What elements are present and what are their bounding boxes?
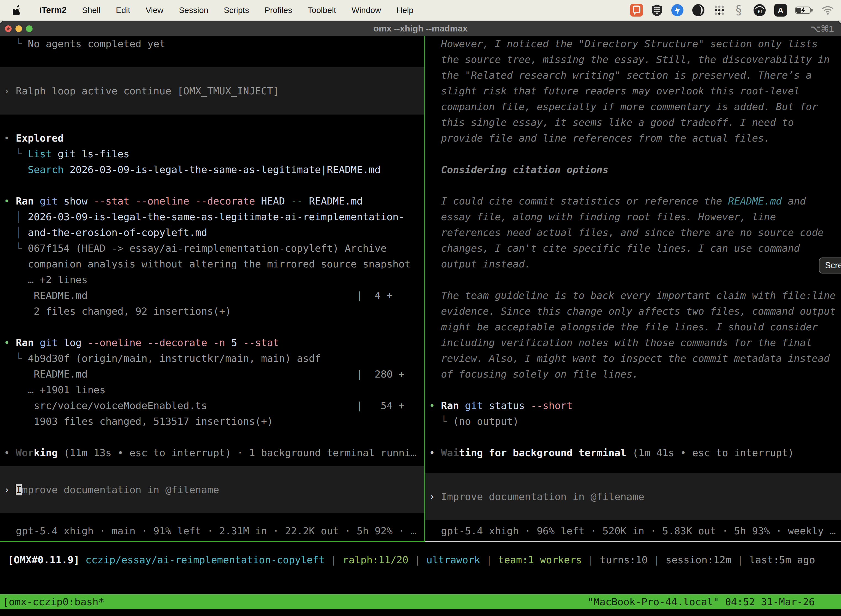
terminal-text-segment: companion file, especially if more comme…	[429, 101, 818, 112]
terminal-line: 1903 files changed, 513517 insertions(+)	[0, 414, 424, 429]
menu-item-scripts[interactable]: Scripts	[216, 0, 257, 21]
tmux-session-label: [omx-cczip0:bash*	[3, 594, 104, 610]
terminal-window: omx --xhigh --madmax ⌥⌘1 └ No agents com…	[0, 21, 841, 616]
zoom-button[interactable]	[26, 25, 32, 32]
terminal-line: README.md | 280 +	[0, 366, 424, 382]
window-shortcut-hint: ⌥⌘1	[811, 23, 834, 34]
terminal-text-segment: •	[429, 400, 441, 411]
prompt-input[interactable]: › Improve documentation in @filename	[425, 473, 841, 520]
terminal-line-blank	[425, 177, 841, 193]
terminal-text-segment: the "Related research writing" section i…	[429, 70, 812, 81]
shield-grid-icon[interactable]	[651, 4, 663, 17]
terminal-text-segment: I	[16, 484, 22, 496]
terminal-line: • Working (11m 13s • esc to interrupt) ·…	[0, 445, 424, 461]
right-terminal-pane[interactable]: However, I noticed the "Directory Struct…	[425, 36, 841, 542]
terminal-text-segment: README.md	[309, 195, 363, 207]
terminal-text-segment: •	[4, 337, 16, 348]
menu-item-edit[interactable]: Edit	[108, 0, 138, 21]
terminal-text-segment: Ran	[16, 337, 40, 348]
terminal-line: of focusing solely on file lines.	[425, 366, 841, 382]
terminal-text-segment: provide file and line references from th…	[429, 132, 770, 144]
menu-item-view[interactable]: View	[138, 0, 171, 21]
terminal-text-segment: turns:10	[600, 554, 648, 566]
a-app-icon[interactable]: A	[774, 4, 787, 17]
terminal-text-segment	[207, 400, 357, 411]
minimize-button[interactable]	[15, 25, 22, 32]
terminal-line: README.md | 4 +	[0, 287, 424, 303]
terminal-text-segment	[4, 164, 28, 175]
terminal-text-segment: 4b9d30f (origin/main, instructkr/main, m…	[28, 353, 321, 364]
terminal-text-segment: Ralph loop active continue [OMX_TMUX_INJ…	[16, 85, 279, 97]
tmux-host-clock: "MacBook-Pro-44.local" 04:52 31-Mar-26	[588, 594, 815, 610]
terminal-line: … +1901 lines	[0, 382, 424, 398]
terminal-text-segment: └	[4, 38, 28, 49]
omx-status-bar: [OMX#0.11.9] cczip/essay/ai-reimplementa…	[0, 552, 841, 568]
window-titlebar[interactable]: omx --xhigh --madmax ⌥⌘1	[0, 21, 841, 36]
menu-item-profiles[interactable]: Profiles	[257, 0, 300, 21]
svg-text:..61: ..61	[756, 10, 763, 14]
terminal-line: changes, I can't cite specific file line…	[425, 241, 841, 256]
terminal-area: └ No agents completed yet› Ralph loop ac…	[0, 36, 841, 616]
terminal-line: evidence. Since this change only affects…	[425, 303, 841, 319]
terminal-line: • Ran git status --short	[425, 398, 841, 414]
battery-icon[interactable]	[795, 4, 813, 17]
menu-item-shell[interactable]: Shell	[74, 0, 108, 21]
terminal-line: └ 4b9d30f (origin/main, instructkr/main,…	[0, 351, 424, 366]
menu-item-toolbelt[interactable]: Toolbelt	[300, 0, 344, 21]
terminal-text-segment: | 4 +	[357, 290, 393, 301]
gauge-61-icon[interactable]: ..61	[753, 4, 766, 17]
prompt-input[interactable]: › Improve documentation in @filename	[0, 466, 424, 513]
terminal-text-segment: log	[64, 337, 88, 348]
terminal-line: └ (no output)	[425, 414, 841, 429]
model-status-line: gpt-5.4 xhigh · 96% left · 520K in · 5.8…	[425, 523, 841, 539]
terminal-text-segment: -n	[213, 337, 231, 348]
terminal-line: Considering citation options	[425, 162, 841, 177]
menu-item-window[interactable]: Window	[344, 0, 389, 21]
terminal-line: │ 2026-03-09-is-legal-the-same-as-legiti…	[0, 209, 424, 224]
terminal-text-segment: | 54 +	[357, 400, 404, 411]
apple-icon	[13, 5, 21, 16]
terminal-line: └ List git ls-files	[0, 146, 424, 162]
blue-bolt-icon[interactable]	[671, 4, 684, 17]
menu-item-session[interactable]: Session	[171, 0, 216, 21]
menu-item-iterm2[interactable]: iTerm2	[31, 0, 74, 21]
terminal-text-segment: ultrawork	[426, 554, 480, 566]
terminal-text-segment: 2026-03-09-is-legal-the-same-as-legitima…	[28, 211, 404, 223]
terminal-text-segment: mprove documentation in @filename	[22, 484, 219, 496]
wifi-icon[interactable]	[822, 4, 834, 17]
left-terminal-pane[interactable]: └ No agents completed yet› Ralph loop ac…	[0, 36, 424, 542]
terminal-line: companion file, especially if more comme…	[425, 99, 841, 114]
svg-text:§: §	[736, 3, 742, 17]
terminal-text-segment: Considering citation options	[429, 164, 608, 175]
terminal-text-segment: |	[325, 554, 343, 566]
terminal-line: src/voice/voiceModeEnabled.ts | 54 +	[0, 398, 424, 414]
terminal-text-segment: and-the-erosion-of-copyleft.md	[28, 227, 207, 238]
terminal-text-segment: git	[40, 195, 64, 207]
chat-app-icon[interactable]	[630, 4, 643, 17]
terminal-text-segment: •	[429, 447, 441, 458]
terminal-line: the source tree, missing the essay. Stil…	[425, 51, 841, 67]
terminal-text-segment: --stat --oneline --decorate	[94, 195, 261, 207]
terminal-text-segment: ›	[4, 484, 16, 496]
terminal-text-segment	[88, 368, 356, 380]
terminal-line: › Ralph loop active continue [OMX_TMUX_I…	[0, 83, 424, 99]
terminal-text-segment: │	[4, 211, 28, 223]
terminal-text-segment	[88, 290, 356, 301]
terminal-text-segment: git	[465, 400, 489, 411]
apple-menu[interactable]	[0, 5, 31, 16]
menu-item-help[interactable]: Help	[389, 0, 421, 21]
crescent-icon[interactable]	[692, 4, 705, 17]
terminal-text-segment: show	[64, 195, 94, 207]
terminal-text-segment: Ran	[16, 195, 40, 207]
terminal-line: └ 067f154 (HEAD -> essay/ai-reimplementa…	[0, 241, 424, 256]
terminal-text-segment: •	[4, 447, 16, 458]
terminal-line: I could cite commit statistics or refere…	[425, 193, 841, 209]
dots-grid-icon[interactable]	[713, 4, 726, 17]
terminal-text-segment: including verification notes with those …	[429, 337, 812, 348]
close-button[interactable]	[5, 25, 12, 32]
section-icon[interactable]: §	[734, 4, 745, 17]
terminal-text-segment: essay file, along with finding root file…	[429, 211, 776, 223]
screen-tooltip: Scre	[819, 258, 841, 273]
terminal-text-segment: 2 files changed, 92 insertions(+)	[4, 305, 231, 317]
terminal-text-segment: README.md	[728, 195, 782, 207]
